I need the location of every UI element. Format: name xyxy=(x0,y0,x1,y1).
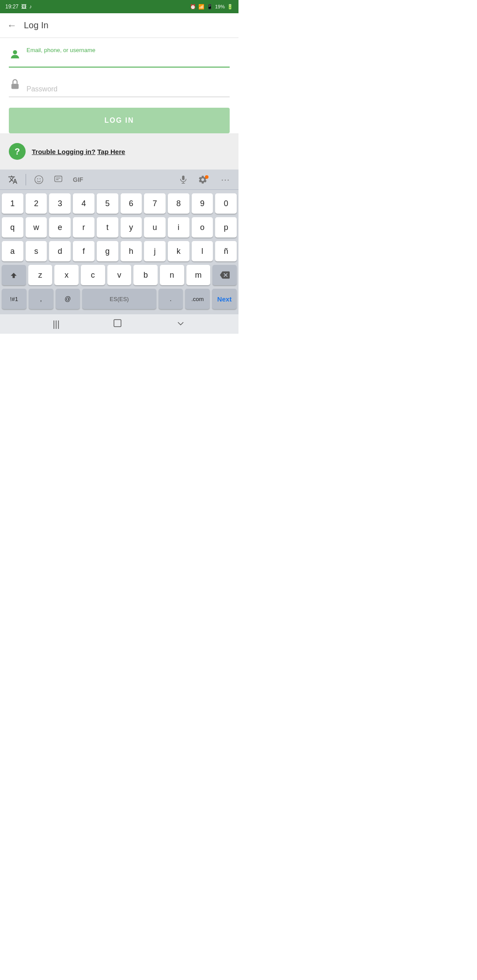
shift-key[interactable] xyxy=(2,265,26,285)
key-c[interactable]: c xyxy=(81,265,105,285)
nav-bar: ||| xyxy=(0,314,238,334)
key-u[interactable]: u xyxy=(144,217,166,237)
period-key[interactable]: . xyxy=(159,289,183,309)
key-n-tilde[interactable]: ñ xyxy=(215,241,237,261)
dotcom-key[interactable]: .com xyxy=(185,289,210,309)
key-k[interactable]: k xyxy=(168,241,189,261)
key-y[interactable]: y xyxy=(121,217,142,237)
key-w[interactable]: w xyxy=(26,217,47,237)
key-e[interactable]: e xyxy=(49,217,71,237)
backspace-key[interactable] xyxy=(212,265,237,285)
settings-icon[interactable] xyxy=(195,173,214,186)
battery-text: 19% xyxy=(215,4,225,9)
translate-icon[interactable] xyxy=(5,173,20,186)
keyboard-toolbar: GIF ⋯ xyxy=(0,170,238,190)
comma-key[interactable]: , xyxy=(29,289,53,309)
lock-icon xyxy=(9,78,21,92)
login-form: Email, phone, or username LOG IN xyxy=(0,38,238,133)
key-6[interactable]: 6 xyxy=(121,193,142,214)
svg-point-4 xyxy=(40,178,41,179)
login-button[interactable]: LOG IN xyxy=(9,108,230,133)
key-8[interactable]: 8 xyxy=(168,193,189,214)
alarm-icon: ⏰ xyxy=(190,4,196,10)
orange-dot xyxy=(205,175,208,179)
key-m[interactable]: m xyxy=(186,265,211,285)
tap-here-link[interactable]: Tap Here xyxy=(97,148,125,155)
user-icon xyxy=(9,48,21,62)
next-key[interactable]: Next xyxy=(212,289,237,309)
key-a[interactable]: a xyxy=(2,241,23,261)
key-t[interactable]: t xyxy=(97,217,118,237)
key-g[interactable]: g xyxy=(97,241,118,261)
svg-rect-5 xyxy=(55,176,62,181)
microphone-icon[interactable] xyxy=(176,173,191,186)
key-p[interactable]: p xyxy=(215,217,237,237)
status-bar: 19:27 🖼 ♪ ⏰ 📶 📱 19% 🔋 xyxy=(0,0,238,13)
more-options-icon[interactable]: ⋯ xyxy=(218,173,233,187)
key-l[interactable]: l xyxy=(192,241,213,261)
key-d[interactable]: d xyxy=(49,241,71,261)
sticker-icon[interactable] xyxy=(51,173,66,186)
username-input[interactable] xyxy=(26,54,230,64)
keyboard-row-zxcv: z x c v b n m xyxy=(2,265,237,285)
key-2[interactable]: 2 xyxy=(26,193,47,214)
key-9[interactable]: 9 xyxy=(192,193,213,214)
svg-point-0 xyxy=(13,50,17,54)
status-time: 19:27 xyxy=(5,4,19,10)
key-5[interactable]: 5 xyxy=(97,193,118,214)
trouble-section: ? Trouble Logging in? Tap Here xyxy=(0,133,238,170)
toolbar-divider xyxy=(26,174,26,185)
symbols-key[interactable]: !#1 xyxy=(2,289,26,309)
svg-point-2 xyxy=(35,175,43,183)
keyboard-row-bottom: !#1 , @ ES(ES) . .com Next xyxy=(2,289,237,309)
key-h[interactable]: h xyxy=(121,241,142,261)
svg-rect-9 xyxy=(114,320,121,327)
key-z[interactable]: z xyxy=(28,265,53,285)
page-title: Log In xyxy=(24,20,49,30)
gif-icon[interactable]: GIF xyxy=(70,174,86,185)
keyboard-row-asdf: a s d f g h j k l ñ xyxy=(2,241,237,261)
key-x[interactable]: x xyxy=(54,265,79,285)
battery-icon: 🔋 xyxy=(227,4,233,10)
key-b[interactable]: b xyxy=(133,265,158,285)
image-icon: 🖼 xyxy=(21,4,26,10)
back-nav-icon[interactable] xyxy=(175,318,186,331)
key-o[interactable]: o xyxy=(192,217,213,237)
key-n[interactable]: n xyxy=(160,265,184,285)
recent-apps-icon[interactable]: ||| xyxy=(53,319,60,329)
svg-point-3 xyxy=(37,178,38,179)
key-f[interactable]: f xyxy=(73,241,95,261)
password-input[interactable] xyxy=(26,84,230,94)
key-v[interactable]: v xyxy=(107,265,132,285)
key-0[interactable]: 0 xyxy=(215,193,237,214)
key-i[interactable]: i xyxy=(168,217,189,237)
app-bar: ← Log In xyxy=(0,13,238,38)
username-field-row: Email, phone, or username xyxy=(9,47,230,68)
svg-rect-1 xyxy=(11,84,19,89)
key-q[interactable]: q xyxy=(2,217,23,237)
trouble-text: Trouble Logging in? Tap Here xyxy=(32,148,125,155)
key-7[interactable]: 7 xyxy=(144,193,166,214)
keyboard-row-qwerty: q w e r t y u i o p xyxy=(2,217,237,237)
back-button[interactable]: ← xyxy=(7,20,17,31)
key-s[interactable]: s xyxy=(26,241,47,261)
keyboard-row-numbers: 1 2 3 4 5 6 7 8 9 0 xyxy=(2,193,237,214)
signal-icon: 📱 xyxy=(207,4,213,10)
space-key[interactable]: ES(ES) xyxy=(82,289,156,309)
help-icon: ? xyxy=(9,143,26,160)
svg-rect-6 xyxy=(182,175,185,180)
emoji-icon[interactable] xyxy=(31,173,46,186)
username-label: Email, phone, or username xyxy=(26,47,230,53)
key-r[interactable]: r xyxy=(73,217,95,237)
key-4[interactable]: 4 xyxy=(73,193,95,214)
home-icon[interactable] xyxy=(112,318,123,331)
key-3[interactable]: 3 xyxy=(49,193,71,214)
at-key[interactable]: @ xyxy=(56,289,80,309)
password-field-row xyxy=(9,78,230,97)
wifi-icon: 📶 xyxy=(198,4,204,10)
music-icon: ♪ xyxy=(29,4,32,10)
keyboard: 1 2 3 4 5 6 7 8 9 0 q w e r t y u i o p … xyxy=(0,190,238,314)
key-1[interactable]: 1 xyxy=(2,193,23,214)
key-j[interactable]: j xyxy=(144,241,166,261)
